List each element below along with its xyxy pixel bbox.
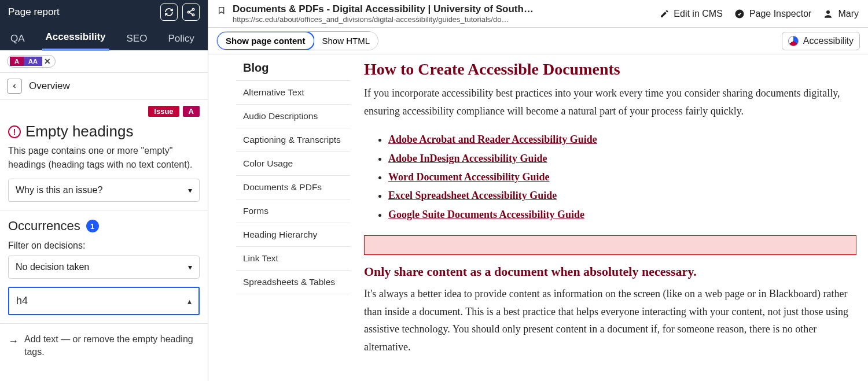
topbar: Documents & PDFs - Digital Accessibility…	[208, 0, 868, 28]
tab-seo[interactable]: SEO	[123, 28, 151, 50]
guide-link-item: Adobe Acrobat and Reader Accessibility G…	[388, 130, 856, 149]
decision-filter-select[interactable]: No decision taken ▾	[8, 256, 200, 279]
check-circle-icon	[734, 9, 745, 19]
chevron-up-icon: ▴	[187, 297, 192, 306]
accessibility-icon	[788, 36, 799, 46]
guide-link-item: Adobe InDesign Accessibility Guide	[388, 149, 856, 168]
occurrence-hint-text: Add text — or remove the empty heading t…	[24, 333, 200, 359]
pencil-icon	[660, 9, 669, 19]
accessibility-chip[interactable]: Accessibility	[782, 32, 860, 50]
level-a-badge: A	[10, 57, 24, 66]
occurrences-title: Occurrences	[8, 219, 80, 234]
chevron-down-icon: ▾	[188, 186, 192, 195]
occurrence-item[interactable]: h4 ▴	[8, 287, 200, 315]
view-toolbar: Show page content Show HTML Accessibilit…	[208, 28, 868, 54]
occurrences-count: 1	[86, 220, 99, 232]
occurrences-section: Occurrences 1 Filter on decisions: No de…	[0, 210, 208, 323]
issue-title: Empty headings	[25, 123, 133, 140]
blog-nav-item[interactable]: Forms	[236, 199, 350, 223]
alert-icon: !	[8, 125, 21, 138]
user-menu[interactable]: Mary	[823, 9, 859, 19]
blog-nav-item[interactable]: Alternative Text	[236, 81, 350, 105]
guide-link[interactable]: Google Suite Documents Accessibility Gui…	[388, 209, 584, 220]
blog-nav-heading: Blog	[236, 61, 350, 80]
arrow-right-icon: →	[8, 334, 19, 359]
why-issue-expander[interactable]: Why is this an issue? ▾	[8, 179, 200, 202]
tab-policy[interactable]: Policy	[164, 28, 197, 50]
bookmark-icon[interactable]	[218, 6, 227, 17]
document-title: Documents & PDFs - Digital Accessibility…	[233, 3, 534, 15]
guide-link[interactable]: Adobe InDesign Accessibility Guide	[388, 153, 547, 164]
issue-description: This page contains one or more "empty" h…	[8, 144, 200, 172]
conformance-pill[interactable]: A AA ✕	[7, 55, 56, 68]
filter-label: Filter on decisions:	[8, 241, 200, 251]
show-html-button[interactable]: Show HTML	[314, 32, 378, 50]
edit-in-cms[interactable]: Edit in CMS	[660, 9, 722, 19]
guide-link[interactable]: Excel Spreadsheet Accessibility Guide	[388, 190, 557, 201]
document-meta: Documents & PDFs - Digital Accessibility…	[218, 3, 648, 24]
guide-link-item: Excel Spreadsheet Accessibility Guide	[388, 186, 856, 205]
issue-badge: Issue	[148, 106, 179, 117]
issue-title-row: ! Empty headings	[8, 123, 200, 140]
guide-link-item: Google Suite Documents Accessibility Gui…	[388, 205, 856, 224]
sidebar-tabs: QA Accessibility SEO Policy	[0, 24, 208, 50]
article-paragraph: It's always a better idea to provide con…	[364, 285, 856, 356]
clear-filter-icon[interactable]: ✕	[42, 57, 53, 66]
level-aa-badge: AA	[24, 57, 42, 66]
page-inspector[interactable]: Page Inspector	[734, 9, 812, 19]
guide-link-item: Word Document Accessibility Guide	[388, 168, 856, 186]
share-button[interactable]	[182, 3, 200, 21]
page-preview: Blog Alternative Text Audio Descriptions…	[208, 54, 868, 381]
tab-accessibility[interactable]: Accessibility	[42, 27, 109, 51]
breadcrumb-row: Overview	[0, 72, 208, 100]
empty-heading-highlight[interactable]	[364, 235, 856, 255]
decision-filter-value: No decision taken	[16, 262, 89, 272]
guide-link[interactable]: Adobe Acrobat and Reader Accessibility G…	[388, 134, 597, 145]
chevron-left-icon	[11, 83, 18, 90]
blog-nav-item[interactable]: Audio Descriptions	[236, 105, 350, 128]
blog-nav-item[interactable]: Link Text	[236, 247, 350, 271]
blog-nav-item[interactable]: Heading Hierarchy	[236, 223, 350, 247]
article-subheading: Only share content as a document when ab…	[364, 264, 856, 279]
chevron-down-icon: ▾	[188, 262, 192, 272]
share-icon	[186, 8, 196, 17]
back-button[interactable]	[7, 79, 22, 94]
page-inspector-label: Page Inspector	[749, 9, 812, 19]
user-name: Mary	[838, 9, 859, 19]
blog-nav-list: Alternative Text Audio Descriptions Capt…	[236, 80, 350, 294]
guide-link-list: Adobe Acrobat and Reader Accessibility G…	[388, 130, 856, 224]
occurrence-item-label: h4	[16, 295, 28, 307]
main-area: Documents & PDFs - Digital Accessibility…	[208, 0, 868, 381]
blog-nav-item[interactable]: Color Usage	[236, 152, 350, 176]
document-url: https://sc.edu/about/offices_and_divisio…	[233, 15, 534, 24]
blog-nav-item[interactable]: Spreadsheets & Tables	[236, 271, 350, 294]
issue-level-badge: A	[183, 106, 200, 117]
edit-in-cms-label: Edit in CMS	[674, 9, 722, 19]
sidebar-header: Page report QA Accessibility SEO Policy	[0, 0, 208, 50]
tab-qa[interactable]: QA	[7, 28, 28, 50]
issue-badges: Issue A	[0, 100, 208, 123]
blog-nav-item[interactable]: Captioning & Transcripts	[236, 128, 350, 152]
user-icon	[823, 9, 833, 19]
article-heading: How to Create Accessible Documents	[364, 60, 856, 79]
refresh-icon	[164, 8, 174, 17]
page-report-sidebar: Page report QA Accessibility SEO Policy …	[0, 0, 208, 381]
accessibility-chip-label: Accessibility	[803, 36, 854, 46]
show-page-content-button[interactable]: Show page content	[216, 31, 315, 50]
svg-point-4	[826, 10, 830, 14]
conformance-filter: A AA ✕	[0, 50, 208, 72]
view-segment: Show page content Show HTML	[216, 31, 378, 50]
blog-nav-item[interactable]: Documents & PDFs	[236, 176, 350, 199]
sidebar-title: Page report	[8, 6, 60, 18]
issue-block: ! Empty headings This page contains one …	[0, 123, 208, 210]
article-paragraph: If you incorporate accessibility best pr…	[364, 84, 856, 120]
guide-link[interactable]: Word Document Accessibility Guide	[388, 171, 550, 183]
why-issue-label: Why is this an issue?	[16, 185, 102, 195]
occurrences-title-row: Occurrences 1	[8, 219, 200, 234]
blog-nav: Blog Alternative Text Audio Descriptions…	[208, 54, 350, 381]
article-body: How to Create Accessible Documents If yo…	[350, 54, 868, 381]
overview-label[interactable]: Overview	[29, 80, 70, 92]
refresh-button[interactable]	[160, 3, 178, 21]
occurrence-hint: → Add text — or remove the empty heading…	[0, 323, 208, 368]
